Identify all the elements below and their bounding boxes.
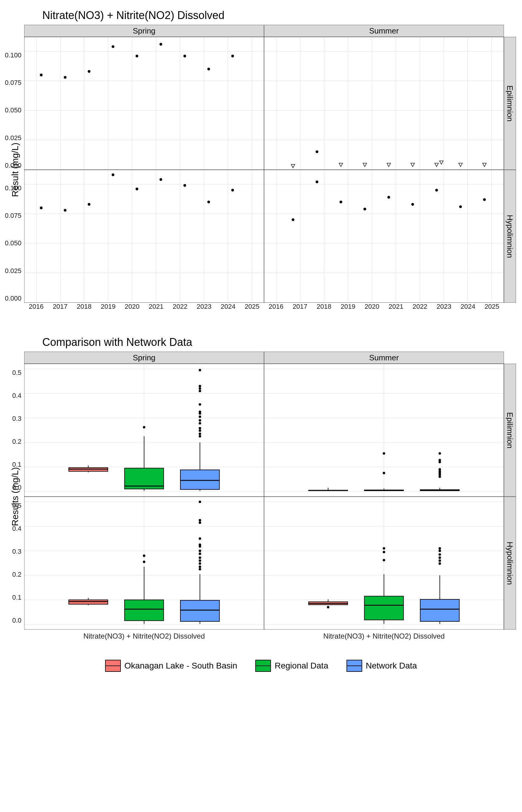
chart1-grid: Spring Summer Result (mg/L) 0.1000.0750.…	[6, 25, 516, 315]
figure: Nitrate(NO3) + Nitrite(NO2) Dissolved Sp…	[6, 9, 516, 672]
svg-point-63	[231, 189, 234, 191]
svg-point-83	[387, 196, 390, 199]
svg-point-84	[411, 203, 414, 206]
chart2-title: Comparison with Network Data	[42, 336, 516, 349]
svg-point-108	[199, 435, 201, 438]
chart2-xcat-left: Nitrate(NO3) + Nitrite(NO2) Dissolved	[24, 630, 264, 642]
svg-point-210	[439, 556, 441, 559]
legend-item-regional: Regional Data	[255, 660, 328, 672]
svg-point-180	[199, 544, 201, 546]
svg-point-203	[383, 547, 385, 549]
svg-point-61	[183, 184, 186, 187]
svg-point-201	[383, 559, 385, 561]
svg-point-166	[143, 561, 145, 563]
svg-point-56	[64, 209, 66, 211]
legend-label-regional: Regional Data	[275, 661, 328, 671]
svg-point-149	[439, 459, 441, 461]
svg-point-18	[112, 45, 114, 48]
svg-point-212	[439, 549, 441, 552]
svg-rect-106	[180, 470, 219, 489]
svg-point-184	[199, 501, 201, 503]
svg-rect-160	[69, 600, 108, 605]
chart2-xcat-right: Nitrate(NO3) + Nitrite(NO2) Dissolved	[264, 630, 504, 642]
svg-point-22	[207, 68, 210, 70]
legend-item-network: Network Data	[346, 660, 417, 672]
svg-point-110	[199, 430, 201, 432]
svg-point-116	[199, 410, 201, 413]
svg-point-182	[199, 522, 201, 524]
legend: Okanagan Lake - South Basin Regional Dat…	[6, 660, 516, 672]
svg-point-58	[112, 174, 114, 176]
chart1-title: Nitrate(NO3) + Nitrite(NO2) Dissolved	[42, 9, 516, 22]
facet-col-spring: Spring	[24, 25, 264, 37]
box-spring-hypo: 0.50.40.30.20.10.0	[24, 496, 264, 630]
svg-point-117	[199, 403, 201, 406]
svg-point-60	[160, 178, 162, 181]
panel-summer-epi	[264, 37, 504, 170]
legend-swatch-okanagan	[105, 660, 121, 672]
chart2-grid: Spring Summer Results (mg/L) 0.50.40.30.…	[6, 352, 516, 642]
svg-rect-170	[180, 600, 219, 622]
svg-point-181	[199, 537, 201, 540]
svg-point-175	[199, 560, 201, 562]
svg-point-174	[199, 563, 201, 565]
svg-point-80	[316, 181, 318, 183]
legend-swatch-regional	[255, 660, 271, 672]
svg-point-86	[459, 205, 462, 208]
svg-point-109	[199, 432, 201, 435]
svg-point-81	[340, 201, 342, 203]
svg-point-21	[183, 55, 186, 57]
svg-point-112	[199, 422, 201, 424]
svg-point-55	[40, 207, 43, 209]
panel-spring-epi: 0.1000.0750.0500.0250.000	[24, 37, 264, 170]
panel-spring-hypo: 0.1000.0750.0500.0250.000	[24, 170, 264, 303]
svg-point-16	[64, 76, 66, 79]
svg-point-150	[439, 452, 441, 455]
svg-point-120	[199, 385, 201, 387]
svg-point-211	[439, 553, 441, 556]
svg-point-103	[143, 426, 145, 428]
chart1-xaxis-right: 2016201720182019202020212022202320242025	[264, 303, 504, 315]
box-spring-epi: 0.50.40.30.20.10.0	[24, 364, 264, 496]
svg-point-79	[292, 218, 294, 221]
svg-point-183	[199, 519, 201, 522]
chart1-xaxis-left: 2016201720182019202020212022202320242025	[24, 303, 264, 315]
svg-point-147	[439, 468, 441, 471]
svg-point-213	[439, 547, 441, 549]
svg-point-119	[199, 387, 201, 390]
svg-point-196	[327, 606, 329, 608]
svg-point-82	[363, 207, 366, 210]
svg-point-114	[199, 415, 201, 418]
svg-rect-164	[124, 600, 163, 621]
svg-point-20	[160, 43, 162, 46]
svg-point-167	[143, 555, 145, 557]
svg-point-172	[199, 568, 201, 570]
svg-point-209	[439, 560, 441, 562]
svg-point-15	[40, 74, 43, 77]
svg-point-85	[435, 189, 438, 191]
svg-point-17	[87, 70, 90, 73]
svg-point-39	[316, 150, 318, 153]
svg-point-178	[199, 549, 201, 552]
facet2-row-epi: Epilimnion	[504, 364, 516, 496]
svg-point-177	[199, 552, 201, 555]
svg-point-202	[383, 551, 385, 553]
box-summer-hypo	[264, 496, 504, 630]
svg-point-173	[199, 566, 201, 568]
svg-point-137	[383, 472, 385, 474]
svg-point-59	[136, 188, 138, 190]
svg-point-208	[439, 563, 441, 565]
svg-point-138	[383, 452, 385, 455]
facet2-col-summer: Summer	[264, 352, 504, 364]
svg-point-57	[87, 203, 90, 206]
svg-rect-206	[420, 599, 459, 622]
legend-item-okanagan: Okanagan Lake - South Basin	[105, 660, 237, 672]
svg-point-111	[199, 427, 201, 429]
facet-row-hypo: Hypolimnion	[504, 170, 516, 303]
legend-label-network: Network Data	[366, 661, 417, 671]
facet2-row-hypo: Hypolimnion	[504, 496, 516, 630]
box-summer-epi	[264, 364, 504, 496]
svg-point-62	[207, 201, 210, 203]
svg-point-19	[136, 55, 138, 57]
svg-point-23	[231, 55, 234, 57]
